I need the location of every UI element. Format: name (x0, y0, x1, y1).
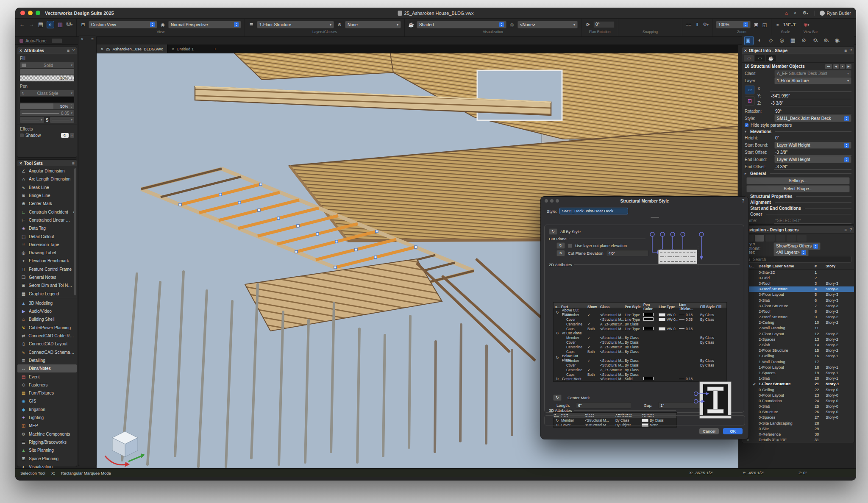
tool-set-category[interactable]: ◆ Irrigation (17, 406, 77, 414)
pen-color-swatch[interactable] (643, 377, 654, 380)
height-field[interactable]: 0" (774, 135, 851, 141)
name-field[interactable]: *SELECTED* (774, 218, 851, 224)
render-mode-icon[interactable]: ◎▾ (778, 36, 787, 45)
tool-item[interactable]: ∿ Break Line (17, 183, 77, 192)
design-layer-row[interactable]: × 1-Floor Layout 18 Story-1 (742, 364, 854, 370)
design-layer-row[interactable]: × 2-Wall Framing 11 (742, 325, 854, 331)
pen-style-value[interactable]: Line Type (625, 317, 643, 322)
style-name-field[interactable]: SM11_Deck Joist-Rear Deck (559, 208, 628, 214)
use-layer-cutplane-checkbox[interactable] (568, 244, 572, 248)
tool-item[interactable]: ▯ Feature Control Frame (17, 265, 77, 273)
classes-icon[interactable]: ⊜ (337, 21, 342, 28)
camera-icon[interactable]: ◎ (509, 21, 515, 28)
attrs-2d-row[interactable]: Member ✓ <Structural M... By Class By Cl… (554, 358, 726, 363)
collapsed-section[interactable]: ▸ Start and End Conditions (742, 205, 854, 211)
tool-set-category[interactable]: ⚙ Machine Components (17, 430, 77, 438)
by-style-icon[interactable]: ↻ (554, 311, 561, 314)
class-value[interactable]: <Structural M... (600, 372, 625, 377)
pen-style-value[interactable]: By Class (625, 363, 643, 367)
fill-style-value[interactable]: By Class (700, 363, 716, 367)
view-bar-settings-icon[interactable]: ◉▾ (804, 21, 810, 28)
design-layer-row[interactable]: × 3-Roof 3 Story-3 (742, 281, 854, 286)
by-style-toggle-icon[interactable]: ↻ (556, 242, 565, 249)
by-style-toggle-icon[interactable]: ↻ (553, 395, 562, 401)
line-endpoint-icon[interactable]: S (46, 118, 49, 122)
design-layer-row[interactable]: × 0-Site Landscaping 28 (742, 420, 854, 426)
palette-tool-icon[interactable] (82, 291, 93, 302)
palette-tool-icon[interactable] (82, 118, 93, 129)
tool-item[interactable]: ⊕ Center Mark (17, 200, 77, 208)
tool-set-category[interactable]: ▲ Site Planning (17, 446, 77, 454)
design-layer-row[interactable]: × 2-Floor Layout 12 Story-2 (742, 331, 854, 336)
menu-icon[interactable]: ≡ (72, 161, 75, 166)
design-layer-row[interactable]: × 3-Roof Structure 4 Story-3 (742, 286, 854, 292)
search-icon[interactable]: ⌕ (794, 10, 796, 16)
pen-style-value[interactable]: By Class (625, 372, 643, 377)
smart-options-icon[interactable]: ◐ (47, 21, 54, 28)
chevron-down-icon[interactable]: ▾ (745, 130, 748, 133)
fill-style-dropdown[interactable]: Solid▾ (20, 62, 74, 68)
help-icon[interactable]: ? (742, 199, 744, 203)
attrs-2d-row[interactable]: Member ✓ <Structural M... Line Type VW-0… (554, 313, 726, 317)
tool-set-category[interactable]: ↯ Cable/Power Planning (17, 324, 77, 332)
line-marker-start-dropdown[interactable]: ▾ (20, 117, 44, 123)
design-layer-row[interactable]: × 1-Spaces 19 Story-1 (742, 370, 854, 375)
design-layer-row[interactable]: × 2-Ceiling 10 Story-2 (742, 320, 854, 325)
general-section[interactable]: General (750, 171, 766, 176)
more-options-button[interactable]: ••• (825, 64, 832, 69)
reference-grid-icon[interactable]: ⊞ (745, 96, 755, 106)
kebab-icon[interactable]: ⋮ (70, 104, 73, 108)
palette-tool-icon[interactable] (82, 378, 93, 389)
design-layer-row[interactable]: × 3-Floor Layout 5 Story-3 (742, 292, 854, 297)
active-layer-dropdown[interactable]: 1-Floor Structure▾ (257, 21, 334, 28)
palette-tool-icon[interactable] (82, 75, 93, 86)
render-mode-icon[interactable]: ☕ (408, 21, 414, 28)
navigation-tab-icon[interactable] (755, 235, 764, 242)
style-dropdown[interactable]: SM11_Deck Joist-Rear Deck ▴▾ (774, 115, 851, 122)
class-value[interactable]: <Structural M... (600, 363, 625, 367)
align-snap-icon[interactable]: == (686, 21, 692, 28)
thickness-value[interactable]: 0.35 (686, 317, 693, 322)
elevations-section[interactable]: Elevations (750, 129, 771, 134)
filter-dropdown[interactable]: <All Layers>▴▾ (773, 249, 809, 256)
notifications-icon[interactable]: ⌂ (785, 11, 788, 16)
line-type-swatch[interactable] (659, 318, 665, 321)
select-shape-button[interactable]: Select Shape... (746, 185, 850, 192)
render-mode-dropdown[interactable]: Shaded ▴▾ (417, 21, 506, 28)
tool-item[interactable]: ⌗ Dimension Tape (17, 241, 77, 249)
shadow-checkbox[interactable] (20, 133, 24, 137)
design-layer-row[interactable]: × 0-Slab 25 Story-0 (742, 404, 854, 409)
pen-style-value[interactable]: Solid (625, 377, 643, 381)
render-mode-icon[interactable]: ⊘▾ (800, 36, 809, 45)
tool-set-category[interactable]: ∿ ConnectCAD Schematics (17, 348, 77, 356)
class-value[interactable]: <Structural M... (600, 313, 625, 317)
prev-object-button[interactable]: ◀ (833, 64, 839, 69)
help-icon[interactable]: ? (849, 48, 852, 53)
fill-color-swatch[interactable] (20, 69, 74, 75)
tool-item[interactable]: ⊞ Geom Dim and Tol Note (17, 281, 77, 289)
length-field[interactable]: 6" (576, 402, 631, 409)
tools-scrollbar[interactable] (74, 168, 76, 295)
attrs-2d-row[interactable]: Caps Both <Structural M... By Class (554, 349, 726, 354)
render-mode-icon[interactable]: ▦▾ (789, 36, 798, 45)
col-number[interactable]: # (815, 264, 826, 268)
tool-item[interactable]: ⌖ Elevation Benchmark (17, 257, 77, 265)
back-button[interactable]: ← (19, 21, 25, 28)
pen-style-value[interactable]: Line Type (625, 313, 643, 317)
pen-color-swatch[interactable] (643, 317, 654, 321)
class-value[interactable]: <Structural M... (600, 377, 625, 381)
working-plane-icon[interactable]: ▱ (745, 85, 755, 94)
tool-set-category[interactable]: ▦ Furn/Fixtures (17, 389, 77, 397)
palette-tool-icon[interactable] (82, 248, 93, 259)
x-field[interactable] (770, 86, 851, 92)
dialog-zoom-button[interactable] (556, 199, 559, 203)
class-value[interactable]: A_Zz-Structur... (600, 368, 625, 372)
col-name[interactable]: Design Layer Name (759, 264, 815, 268)
z-field[interactable]: -3 3/8" (770, 100, 851, 106)
attrs-2d-row[interactable]: Cover <Structural M... Line Type VW-0...… (554, 317, 726, 322)
saved-views-icon[interactable]: ⊟ (80, 21, 86, 28)
design-layer-row[interactable]: × 2-Roof Structure 9 Story-2 (742, 314, 854, 320)
tool-item[interactable]: ∟ Constrain Coincident ▸ (17, 208, 77, 216)
palette-tool-icon[interactable] (82, 215, 93, 226)
tab-shape[interactable]: ▱ (744, 55, 754, 61)
